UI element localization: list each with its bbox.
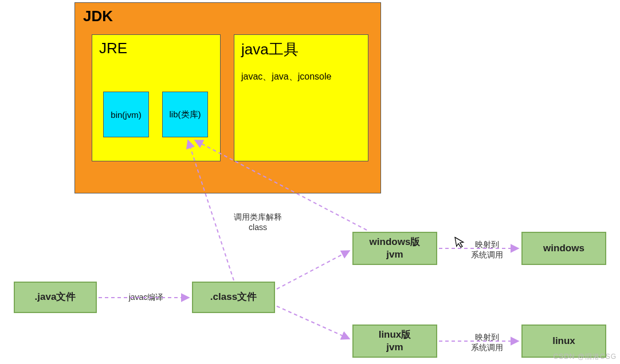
windows-box: windows — [521, 232, 606, 265]
java-tools-list: javac、java、jconsole — [241, 71, 361, 83]
linux-label: linux — [552, 335, 575, 347]
class-file-box: .class文件 — [192, 282, 275, 313]
lib-box: lib(类库) — [162, 92, 208, 137]
java-file-box: .java文件 — [14, 282, 97, 313]
linux-jvm-line2: jvm — [386, 342, 403, 353]
java-tools-title: java工具 — [241, 39, 361, 60]
windows-jvm-box: windows版 jvm — [352, 232, 437, 265]
windows-jvm-line1: windows版 — [370, 236, 421, 247]
svg-line-2 — [277, 306, 350, 339]
map-label-linux: 映射到 系统调用 — [464, 332, 510, 353]
jre-title: JRE — [99, 39, 213, 57]
bin-jvm-label: bin(jvm) — [111, 110, 141, 120]
map-label-win-line1: 映射到 — [475, 240, 499, 249]
javac-label-text: javac编译 — [129, 292, 164, 302]
watermark: CSDN @旧港CSG — [553, 352, 617, 362]
map-label-win-line2: 系统调用 — [471, 250, 503, 259]
windows-label: windows — [543, 242, 584, 255]
lib-call-label-line2: class — [249, 223, 267, 232]
bin-jvm-box: bin(jvm) — [103, 92, 149, 137]
cursor-icon — [454, 235, 467, 252]
java-file-label: .java文件 — [35, 291, 76, 303]
windows-jvm-line2: jvm — [386, 249, 403, 260]
svg-line-1 — [277, 251, 350, 289]
linux-jvm-box: linux版 jvm — [352, 325, 437, 358]
class-file-label: .class文件 — [210, 291, 257, 303]
lib-call-label-line1: 调用类库解释 — [234, 212, 282, 221]
map-label-win: 映射到 系统调用 — [464, 239, 510, 260]
lib-label: lib(类库) — [170, 109, 201, 120]
lib-call-label: 调用类库解释 class — [223, 212, 292, 232]
jdk-title: JDK — [75, 3, 380, 30]
map-label-linux-line1: 映射到 — [475, 333, 499, 342]
linux-jvm-line1: linux版 — [379, 329, 411, 340]
map-label-linux-line2: 系统调用 — [471, 343, 503, 352]
javac-label: javac编译 — [120, 292, 172, 302]
java-tools-container: java工具 javac、java、jconsole — [234, 34, 368, 161]
